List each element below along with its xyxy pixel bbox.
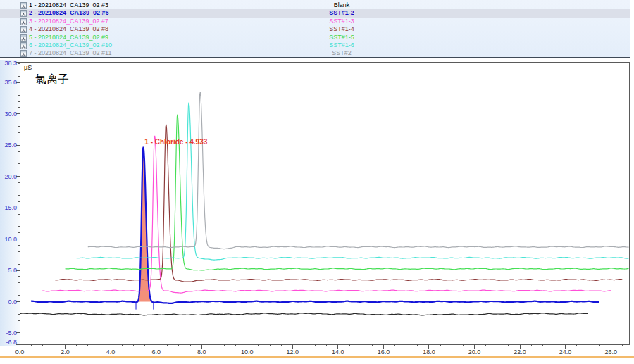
injection-list: 1 - 20210824_CA139_02 #3 Blank 2 - 20210… (0, 0, 630, 58)
svg-text:26.0: 26.0 (604, 349, 617, 356)
injection-name: 7 - 20210824_CA139_02 #11 (29, 49, 111, 57)
svg-text:10.0: 10.0 (241, 349, 254, 356)
legend-row-5[interactable]: 5 - 20210824_CA139_02 #9 SST#1-5 (0, 34, 630, 42)
chromatogram-canvas[interactable]: -5.00.05.010.015.020.025.030.035.038.3-6… (0, 60, 634, 364)
svg-text:8.0: 8.0 (197, 349, 206, 356)
svg-text:38.3: 38.3 (4, 60, 17, 67)
injection-name: 5 - 20210824_CA139_02 #9 (29, 34, 108, 42)
svg-text:24.0: 24.0 (559, 349, 572, 356)
legend-row-2[interactable]: 2 - 20210824_CA139_02 #6 SST#1-2 (0, 9, 630, 17)
svg-text:0.0: 0.0 (15, 349, 25, 356)
x-axis-labels: 0.02.04.06.08.010.012.014.016.018.020.02… (15, 349, 617, 356)
legend-row-3[interactable]: 3 - 20210824_CA139_02 #7 SST#1-3 (0, 18, 630, 25)
chromatogram-icon (20, 26, 27, 33)
svg-text:22.0: 22.0 (514, 349, 526, 356)
peak-label: 1 - Chloride - 4.933 (144, 138, 207, 146)
chromatogram-plot[interactable]: -5.00.05.010.015.020.025.030.035.038.3-6… (0, 60, 634, 364)
chromatogram-icon (20, 34, 27, 42)
legend-row-1[interactable]: 1 - 20210824_CA139_02 #3 Blank (0, 1, 630, 9)
legend-row-4[interactable]: 4 - 20210824_CA139_02 #8 SST#1-4 (0, 25, 630, 33)
svg-text:20.0: 20.0 (4, 173, 17, 180)
svg-text:6.0: 6.0 (151, 349, 161, 356)
svg-text:20.0: 20.0 (468, 349, 481, 356)
svg-text:16.0: 16.0 (378, 349, 390, 356)
svg-text:5.0: 5.0 (8, 267, 17, 274)
svg-text:30.0: 30.0 (4, 111, 17, 118)
svg-text:18.0: 18.0 (423, 349, 435, 356)
legend-row-7[interactable]: 7 - 20210824_CA139_02 #11 SST#2 (0, 49, 630, 57)
sample-type: Blank (296, 1, 387, 9)
chromatogram-icon (20, 10, 27, 17)
y-unit-label: µS (24, 64, 32, 71)
svg-text:0.0: 0.0 (8, 299, 17, 306)
chart-title: 氯离子 (35, 73, 69, 85)
svg-text:14.0: 14.0 (332, 349, 344, 356)
svg-text:-5.0: -5.0 (6, 330, 17, 337)
svg-text:10.0: 10.0 (4, 236, 17, 243)
svg-text:4.0: 4.0 (106, 349, 116, 356)
legend-row-6[interactable]: 6 - 20210824_CA139_02 #10 SST#1-6 (0, 42, 630, 49)
sample-type: SST#1-3 (296, 18, 387, 25)
svg-text:35.0: 35.0 (4, 79, 17, 86)
sample-type: SST#1-5 (296, 34, 387, 42)
svg-text:2.0: 2.0 (61, 349, 70, 356)
svg-text:15.0: 15.0 (4, 204, 17, 211)
chromatogram-icon (20, 42, 27, 49)
sample-type: SST#1-2 (296, 9, 387, 17)
svg-text:12.0: 12.0 (287, 349, 299, 356)
injection-name: 6 - 20210824_CA139_02 #10 (29, 42, 112, 49)
sample-type: SST#2 (296, 49, 387, 57)
injection-name: 3 - 20210824_CA139_02 #7 (29, 18, 108, 25)
chromatogram-icon (20, 50, 27, 57)
svg-text:-6.8: -6.8 (6, 339, 17, 346)
chromatogram-icon (20, 2, 27, 9)
chromatogram-icon (20, 18, 27, 25)
injection-name: 2 - 20210824_CA139_02 #6 (29, 9, 109, 17)
injection-list-panel: 1 - 20210824_CA139_02 #3 Blank 2 - 20210… (0, 0, 630, 58)
injection-name: 1 - 20210824_CA139_02 #3 (29, 1, 108, 9)
sample-type: SST#1-6 (296, 42, 387, 49)
svg-text:25.0: 25.0 (4, 142, 17, 149)
sample-type: SST#1-4 (296, 25, 387, 33)
injection-name: 4 - 20210824_CA139_02 #8 (29, 25, 108, 33)
